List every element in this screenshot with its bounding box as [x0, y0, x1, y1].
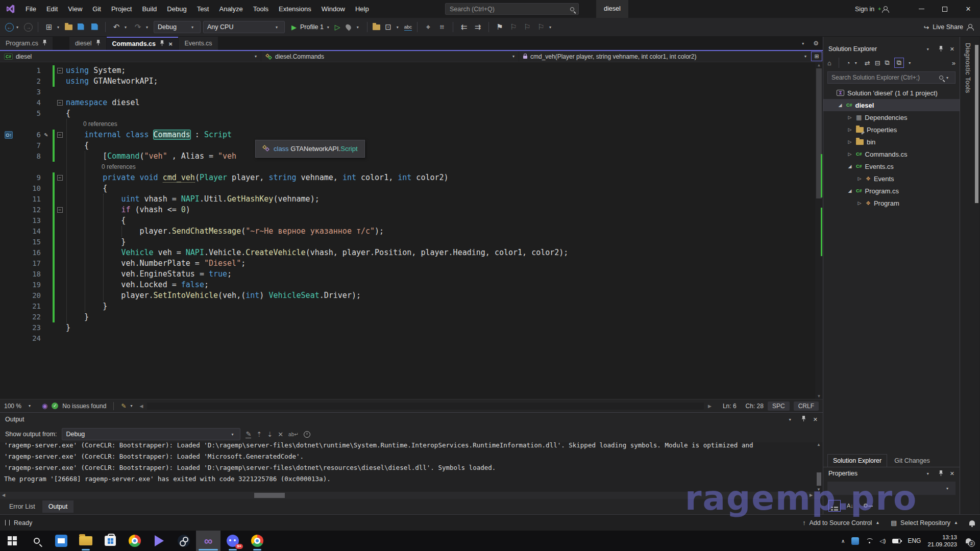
- tray-app-icon[interactable]: [851, 537, 859, 545]
- clear-all-icon[interactable]: ✕: [278, 431, 283, 438]
- tree-item-commands-cs[interactable]: ▷C#Commands.cs: [823, 148, 960, 160]
- code-row[interactable]: 9− private void cmd_veh(Player player, s…: [0, 172, 815, 183]
- chevron-collapsed-icon[interactable]: ▷: [847, 139, 853, 144]
- code-row[interactable]: 7 {: [0, 140, 815, 151]
- menu-item-file[interactable]: File: [20, 0, 41, 18]
- notifications-bell-icon[interactable]: [969, 520, 975, 525]
- editor-horizontal-scrollbar[interactable]: [147, 403, 704, 410]
- previous-bookmark-icon[interactable]: ⚐: [508, 22, 519, 32]
- pin-icon[interactable]: [801, 416, 806, 423]
- code-row[interactable]: 2using GTANetworkAPI;: [0, 76, 815, 87]
- window-position-icon[interactable]: ▾: [927, 471, 932, 476]
- line-indicator[interactable]: Ln: 6: [723, 403, 737, 410]
- window-layout-icon[interactable]: ⊡: [383, 22, 394, 32]
- code-row[interactable]: 8 [Command("veh" , Alias = "veh: [0, 151, 815, 162]
- microsoft-store-icon[interactable]: [98, 531, 122, 551]
- chevron-collapsed-icon[interactable]: ▷: [847, 115, 853, 120]
- member-dropdown[interactable]: cmd_veh(Player player, string vehname, i…: [519, 51, 811, 62]
- scroll-down-icon[interactable]: ▼: [815, 394, 823, 398]
- tree-item-events-cs[interactable]: ◢C#Events.cs: [823, 160, 960, 172]
- fold-collapse-icon[interactable]: −: [57, 175, 63, 181]
- code-row[interactable]: 4−namespace diesel: [0, 97, 815, 108]
- close-icon[interactable]: ✕: [950, 46, 954, 53]
- type-dropdown[interactable]: diesel.Commands ▾: [261, 51, 519, 62]
- sync-dropdown-icon[interactable]: ▾: [909, 61, 914, 65]
- pin-icon[interactable]: [160, 40, 164, 47]
- chevron-collapsed-icon[interactable]: ▷: [856, 201, 863, 206]
- scroll-right-icon[interactable]: ▶: [708, 404, 712, 409]
- add-to-source-control-button[interactable]: ↑ Add to Source Control ▲: [802, 519, 879, 527]
- output-vertical-scrollbar[interactable]: ▲ ▼: [815, 442, 823, 492]
- new-project-dropdown-icon[interactable]: ▾: [57, 25, 62, 30]
- tree-item-diesel[interactable]: ◢C#diesel: [823, 99, 960, 111]
- property-pages-icon[interactable]: [864, 504, 868, 508]
- wifi-icon[interactable]: [866, 538, 873, 543]
- line-ending-indicator[interactable]: CRLF: [794, 402, 819, 411]
- categorized-icon[interactable]: [828, 500, 841, 512]
- tab-error-list[interactable]: Error List: [3, 500, 41, 513]
- tree-item-program-cs[interactable]: ◢C#Program.cs: [823, 185, 960, 197]
- sync-with-active-document-icon[interactable]: ⧉: [894, 58, 904, 68]
- pin-icon[interactable]: [939, 46, 943, 53]
- word-wrap-icon[interactable]: ab↵: [288, 432, 299, 437]
- steam-icon[interactable]: [172, 531, 196, 551]
- chevron-expanded-icon[interactable]: ◢: [847, 188, 853, 193]
- code-row[interactable]: 16 Vehicle veh = NAPI.Vehicle.CreateVehi…: [0, 247, 815, 258]
- unindent-icon[interactable]: ⇇: [458, 22, 470, 32]
- code-row[interactable]: 15 }: [0, 237, 815, 247]
- interaction-icon[interactable]: ⌗: [436, 22, 448, 32]
- add-item-icon[interactable]: [373, 24, 380, 30]
- close-icon[interactable]: ✕: [813, 416, 818, 423]
- scroll-right-icon[interactable]: ▶: [807, 492, 815, 499]
- tree-item-events[interactable]: ▷❖Events: [823, 172, 960, 185]
- clear-bookmarks-icon[interactable]: ⚐: [535, 22, 547, 32]
- output-text-area[interactable]: 'ragemp-server.exe' (CoreCLR: Bootstrapp…: [0, 442, 823, 492]
- spell-check-icon[interactable]: abc: [404, 24, 412, 31]
- save-all-icon[interactable]: [89, 23, 100, 32]
- next-message-icon[interactable]: ⇣: [267, 431, 273, 438]
- overflow-icon[interactable]: »: [952, 59, 955, 67]
- output-horizontal-scrollbar[interactable]: ◀ ▶: [0, 492, 823, 499]
- pin-icon[interactable]: [939, 470, 943, 477]
- tree-item-program[interactable]: ▷❖Program: [823, 197, 960, 209]
- undo-dropdown-icon[interactable]: ▾: [125, 25, 130, 30]
- pending-changes-filter-icon[interactable]: ◔: [846, 59, 850, 67]
- hot-reload-dropdown-icon[interactable]: ▾: [357, 25, 362, 30]
- menu-item-window[interactable]: Window: [316, 0, 350, 18]
- project-dropdown[interactable]: C# diesel ▾: [0, 51, 261, 62]
- scrollbar-thumb[interactable]: [975, 45, 978, 203]
- open-file-icon[interactable]: [65, 24, 72, 30]
- select-repository-button[interactable]: ▤ Select Repository ▲: [891, 519, 958, 527]
- code-row[interactable]: 12− if (vhash <= 0): [0, 205, 815, 215]
- maximize-button[interactable]: [933, 0, 957, 18]
- solution-platform-select[interactable]: Any CPU▾: [203, 21, 285, 33]
- close-icon[interactable]: ✕: [950, 470, 954, 477]
- code-row[interactable]: O↑6✎− internal class Commands : Script: [0, 130, 815, 140]
- cursor-select-icon[interactable]: ⌖: [423, 22, 434, 32]
- scroll-up-icon[interactable]: ▲: [815, 63, 823, 67]
- tab-commands-cs[interactable]: Commands.cs✕: [107, 37, 179, 50]
- scrollbar-thumb[interactable]: [254, 493, 285, 498]
- menu-item-tools[interactable]: Tools: [248, 0, 274, 18]
- code-row[interactable]: 5{: [0, 108, 815, 119]
- profile-label[interactable]: Profile 1: [300, 23, 324, 31]
- navigate-back-dropdown-icon[interactable]: ▾: [16, 25, 21, 30]
- menu-item-view[interactable]: View: [63, 0, 87, 18]
- collapse-all-icon[interactable]: ⊟: [875, 59, 880, 67]
- scroll-up-icon[interactable]: ▲: [817, 442, 821, 447]
- window-layout-dropdown-icon[interactable]: ▾: [397, 25, 402, 30]
- code-row[interactable]: 3: [0, 87, 815, 97]
- menu-item-edit[interactable]: Edit: [41, 0, 63, 18]
- fold-collapse-icon[interactable]: −: [57, 132, 63, 138]
- space-indicator[interactable]: SPC: [768, 402, 790, 411]
- code-row[interactable]: 18 veh.EngineStatus = true;: [0, 269, 815, 280]
- live-share-button[interactable]: ↪ Live Share: [924, 23, 973, 31]
- menu-item-extensions[interactable]: Extensions: [274, 0, 316, 18]
- close-button[interactable]: ✕: [957, 0, 980, 18]
- fold-collapse-icon[interactable]: −: [57, 207, 63, 213]
- file-explorer-icon[interactable]: [74, 531, 98, 551]
- code-row[interactable]: 0 references: [0, 162, 815, 172]
- tab-program-cs[interactable]: Program.cs: [0, 37, 53, 50]
- output-source-select[interactable]: Debug▾: [62, 428, 240, 440]
- start-debug-icon[interactable]: ▶: [291, 23, 297, 31]
